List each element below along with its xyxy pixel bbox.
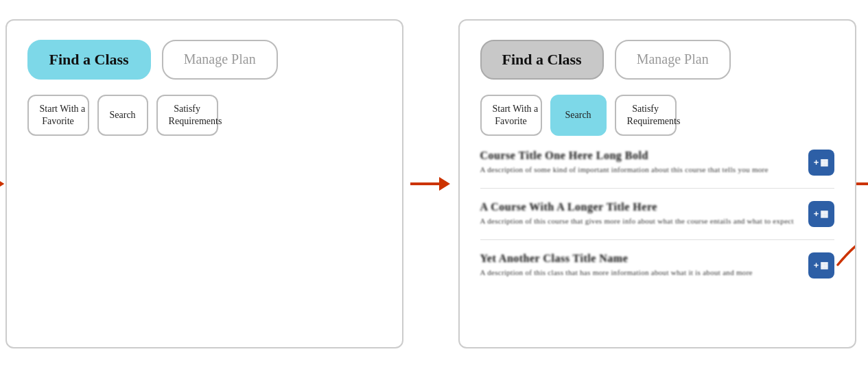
calendar-icon-3: ▦ xyxy=(820,260,828,270)
add-btn-1[interactable]: + ▦ xyxy=(808,150,834,176)
right-arrow xyxy=(856,171,869,196)
right-find-class-tab[interactable]: Find a Class xyxy=(480,40,604,80)
left-tab-row: Find a Class Manage Plan xyxy=(27,40,382,80)
left-arrow xyxy=(0,171,5,196)
main-container: Find a Class Manage Plan Start With aFav… xyxy=(0,0,868,367)
middle-arrow xyxy=(403,171,458,196)
plus-icon-1: + xyxy=(814,157,819,167)
result-text-1: Course Title One Here Long Bold A descri… xyxy=(480,150,800,175)
right-subtab-search[interactable]: Search xyxy=(550,95,607,136)
separator-2 xyxy=(480,239,834,240)
right-tab-row: Find a Class Manage Plan xyxy=(480,40,834,80)
left-find-class-tab[interactable]: Find a Class xyxy=(27,40,151,80)
left-subtab-favorite[interactable]: Start With aFavorite xyxy=(27,95,89,136)
result-desc-2: A description of this course that gives … xyxy=(480,216,800,226)
result-item-2: A Course With A Longer Title Here A desc… xyxy=(480,201,834,227)
result-item-1: Course Title One Here Long Bold A descri… xyxy=(480,150,834,176)
result-text-3: Yet Another Class Title Name A descripti… xyxy=(480,252,800,278)
results-list: Course Title One Here Long Bold A descri… xyxy=(480,150,834,279)
left-subtab-search[interactable]: Search xyxy=(97,95,148,136)
svg-marker-3 xyxy=(439,177,450,191)
result-desc-3: A description of this class that has mor… xyxy=(480,268,800,278)
result-title-3: Yet Another Class Title Name xyxy=(480,252,800,265)
calendar-icon-1: ▦ xyxy=(820,157,828,167)
right-panel: Find a Class Manage Plan Start With aFav… xyxy=(458,19,856,348)
result-text-2: A Course With A Longer Title Here A desc… xyxy=(480,201,800,226)
result-title-1: Course Title One Here Long Bold xyxy=(480,150,800,162)
right-sub-tab-row: Start With aFavorite Search SatisfyRequi… xyxy=(480,95,834,136)
result-desc-1: A description of some kind of important … xyxy=(480,165,800,175)
left-sub-tab-row: Start With aFavorite Search SatisfyRequi… xyxy=(27,95,382,136)
calendar-icon-2: ▦ xyxy=(820,209,828,219)
svg-marker-1 xyxy=(0,178,4,189)
right-manage-plan-tab[interactable]: Manage Plan xyxy=(615,40,731,80)
result-title-2: A Course With A Longer Title Here xyxy=(480,201,800,213)
right-subtab-requirements[interactable]: SatisfyRequirements xyxy=(615,95,677,136)
left-panel: Find a Class Manage Plan Start With aFav… xyxy=(5,19,403,348)
plus-icon-2: + xyxy=(814,209,819,219)
left-subtab-requirements[interactable]: SatisfyRequirements xyxy=(156,95,218,136)
right-subtab-favorite[interactable]: Start With aFavorite xyxy=(480,95,542,136)
plus-icon-3: + xyxy=(814,260,819,270)
separator-1 xyxy=(480,188,834,189)
left-manage-plan-tab[interactable]: Manage Plan xyxy=(162,40,278,80)
result-item-3: Yet Another Class Title Name A descripti… xyxy=(480,252,834,279)
